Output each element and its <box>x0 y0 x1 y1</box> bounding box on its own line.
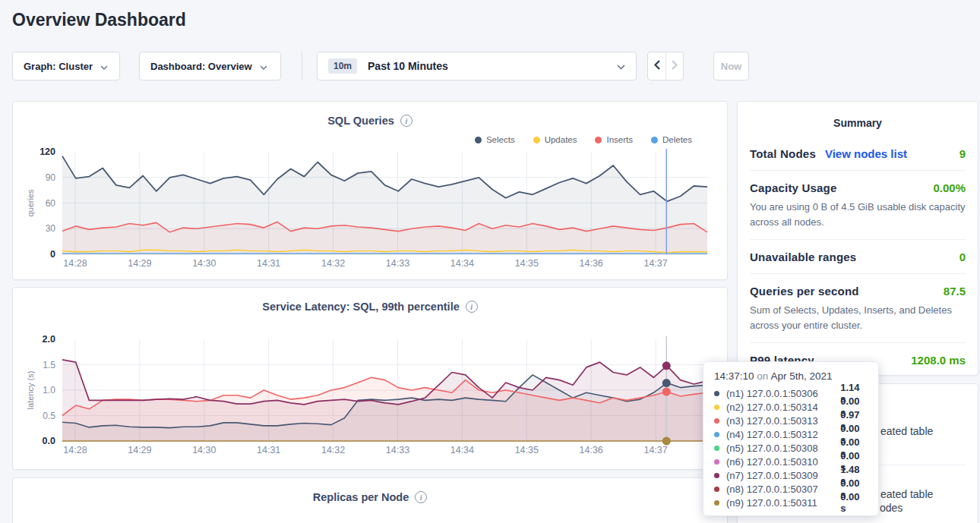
summary-label: Queries per second <box>750 285 859 298</box>
svg-text:90: 90 <box>46 172 56 183</box>
chevron-down-icon <box>100 61 108 72</box>
series-dot-icon <box>714 418 719 424</box>
summary-value: 87.5 <box>944 285 966 298</box>
summary-row: Total NodesView nodes list9 <box>750 137 966 171</box>
summary-label: Total Nodes <box>750 147 816 160</box>
svg-text:14:32: 14:32 <box>321 258 345 269</box>
svg-text:14:31: 14:31 <box>257 445 280 455</box>
dashboard-dropdown-label: Dashboard: Overview <box>150 61 252 72</box>
overview-dashboard-page: Overview Dashboard Graph: Cluster Dashbo… <box>0 0 980 523</box>
summary-value: 0.00% <box>933 181 966 194</box>
svg-text:14:33: 14:33 <box>386 258 409 269</box>
svg-text:14:34: 14:34 <box>450 445 474 455</box>
time-range-label: Past 10 Minutes <box>368 60 448 72</box>
svg-text:14:28: 14:28 <box>63 445 87 455</box>
legend-dot-icon <box>595 137 602 143</box>
svg-text:latency (s): latency (s) <box>26 371 35 410</box>
summary-value: 1208.0 ms <box>911 354 966 367</box>
summary-rows: Total NodesView nodes list9Capacity Usag… <box>738 129 978 376</box>
svg-text:1.5: 1.5 <box>43 360 55 370</box>
summary-title: Summary <box>738 117 978 129</box>
summary-value: 9 <box>959 147 966 160</box>
time-range-badge: 10m <box>328 58 357 74</box>
svg-text:14:34: 14:34 <box>450 258 474 269</box>
svg-text:0.5: 0.5 <box>43 411 55 421</box>
legend-dot-icon <box>651 137 658 143</box>
replicas-title-row: Replicas per Node i <box>13 491 727 503</box>
service-latency-card: Service Latency: SQL, 99th percentile i … <box>12 287 728 470</box>
svg-text:14:36: 14:36 <box>580 445 603 455</box>
graph-dropdown[interactable]: Graph: Cluster <box>12 52 120 80</box>
time-step-buttons <box>647 52 684 80</box>
time-range-picker[interactable]: 10m Past 10 Minutes <box>317 52 637 80</box>
svg-text:14:37: 14:37 <box>643 445 667 455</box>
legend-item-deletes: Deletes <box>651 135 692 144</box>
chevron-right-icon <box>672 59 678 73</box>
tooltip-timestamp: 14:37:10 on Apr 5th, 2021 <box>714 370 868 382</box>
event-text-fragment: eated table <box>880 425 933 437</box>
sql-queries-title: SQL Queries <box>327 115 394 127</box>
previous-time-button[interactable] <box>648 52 665 80</box>
info-icon[interactable]: i <box>466 301 478 313</box>
chevron-down-icon <box>260 61 267 72</box>
chevron-down-icon <box>617 59 625 73</box>
svg-text:30: 30 <box>46 223 56 234</box>
series-dot-icon <box>714 487 719 492</box>
series-dot-icon <box>714 432 719 437</box>
svg-text:queries: queries <box>26 189 35 217</box>
replicas-per-node-card: Replicas per Node i <box>12 477 728 523</box>
summary-label: Unavailable ranges <box>750 250 856 263</box>
legend-dot-icon <box>533 137 540 143</box>
view-nodes-list-link[interactable]: View nodes list <box>825 147 907 160</box>
svg-text:14:36: 14:36 <box>580 258 603 269</box>
svg-text:1.0: 1.0 <box>43 385 55 395</box>
series-dot-icon <box>714 459 719 465</box>
svg-text:14:29: 14:29 <box>128 445 151 455</box>
svg-text:0: 0 <box>50 249 55 260</box>
graph-dropdown-label: Graph: Cluster <box>24 61 93 72</box>
summary-row: Unavailable ranges0 <box>750 240 966 274</box>
summary-description: You are using 0 B of 4.5 GiB usable disk… <box>750 200 966 229</box>
svg-text:14:29: 14:29 <box>128 258 151 269</box>
svg-text:120: 120 <box>40 147 55 157</box>
series-dot-icon <box>714 473 719 478</box>
chart-hover-tooltip: 14:37:10 on Apr 5th, 2021 (n1) 127.0.0.1… <box>703 361 879 516</box>
series-dot-icon <box>714 405 719 410</box>
svg-text:60: 60 <box>46 198 56 209</box>
legend-item-selects: Selects <box>475 135 515 144</box>
sql-queries-chart[interactable]: 14:2814:2914:3014:3114:3214:3314:3414:35… <box>24 144 712 270</box>
sql-queries-title-row: SQL Queries i <box>13 115 727 127</box>
svg-text:14:37: 14:37 <box>643 258 667 269</box>
summary-description: Sum of Selects, Updates, Inserts, and De… <box>750 303 966 332</box>
toolbar-divider <box>302 52 302 80</box>
summary-value: 0 <box>959 250 966 263</box>
sql-queries-legend: SelectsUpdatesInsertsDeletes <box>475 135 692 144</box>
tooltip-rows: (n1) 127.0.0.1:503061.14 s(n2) 127.0.0.1… <box>714 386 868 509</box>
tooltip-row: (n9) 127.0.0.1:503110.00 s <box>714 496 868 509</box>
series-dot-icon <box>714 500 719 506</box>
legend-item-updates: Updates <box>533 135 577 144</box>
info-icon[interactable]: i <box>415 491 427 503</box>
svg-text:0.0: 0.0 <box>43 436 55 446</box>
now-button[interactable]: Now <box>713 52 749 80</box>
svg-text:14:35: 14:35 <box>515 258 539 269</box>
replicas-title: Replicas per Node <box>313 491 409 503</box>
dashboard-dropdown[interactable]: Dashboard: Overview <box>139 52 281 80</box>
svg-text:14:33: 14:33 <box>386 445 409 455</box>
chevron-left-icon <box>654 59 660 73</box>
svg-text:14:35: 14:35 <box>515 445 539 455</box>
service-latency-chart[interactable]: 14:2814:2914:3014:3114:3214:3314:3414:35… <box>24 330 712 458</box>
svg-text:14:32: 14:32 <box>321 445 345 455</box>
sql-queries-card: SQL Queries i SelectsUpdatesInsertsDelet… <box>12 101 728 280</box>
summary-label: Capacity Usage <box>750 181 837 194</box>
legend-item-inserts: Inserts <box>595 135 633 144</box>
legend-dot-icon <box>475 137 482 143</box>
event-text-fragment: eated table <box>880 488 933 500</box>
svg-text:14:31: 14:31 <box>257 258 280 269</box>
next-time-button[interactable] <box>665 52 683 80</box>
summary-panel: Summary Total NodesView nodes list9Capac… <box>737 101 978 376</box>
svg-text:14:30: 14:30 <box>192 445 216 455</box>
info-icon[interactable]: i <box>400 115 413 127</box>
page-title: Overview Dashboard <box>12 10 186 30</box>
svg-text:14:30: 14:30 <box>192 258 216 269</box>
